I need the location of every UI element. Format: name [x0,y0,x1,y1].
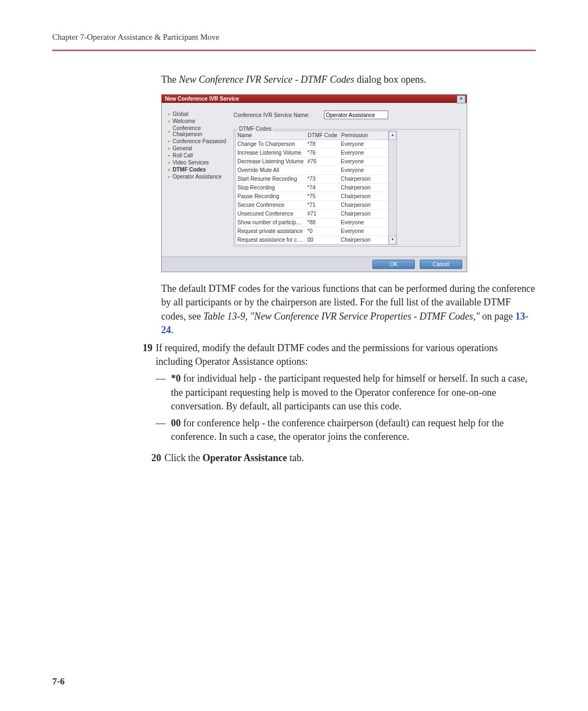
step-20-body: Click the Operator Assistance tab. [164,451,304,465]
cell-name: Decrease Listening Volume [236,157,306,166]
table-row[interactable]: Start Resume Recording*73Chairperson [236,175,388,183]
code-00: 00 [171,418,181,428]
grid-scrollbar[interactable]: ▴ ▾ [389,131,397,245]
dtmf-table: Name DTMF Code Permission Change To Chai… [236,131,388,244]
cell-code: #76 [306,157,339,166]
nav-label: Video Services [173,160,209,166]
nav-welcome[interactable]: ▸Welcome [168,118,228,125]
nav-label: DTMF Codes [173,167,206,173]
sub2-rest: for conference help - the conference cha… [171,418,504,442]
step-19-sublist: — *0 for individual help - the participa… [156,372,536,444]
table-row[interactable]: Show number of participants*88Everyone [236,218,388,227]
p2-t2: on page [480,311,515,322]
caret-icon: ▸ [168,174,170,179]
nav-rollcall[interactable]: ▸Roll Call [168,152,228,159]
cell-name: Show number of participants [236,218,306,227]
scroll-up-icon[interactable]: ▴ [389,131,396,140]
cell-name: Override Mute All [236,166,306,175]
close-button[interactable]: × [457,95,465,103]
service-name-input[interactable] [324,111,388,119]
sub1-rest: for individual help - the participant re… [171,373,528,411]
table-row[interactable]: Request assistance for confer00Chairpers… [236,236,388,244]
caret-icon: ▸ [168,160,170,165]
page: Chapter 7-Operator Assistance & Particip… [0,0,588,711]
table-row[interactable]: Decrease Listening Volume#76Everyone [236,157,388,166]
dialog-footer: OK Cancel [162,256,467,272]
table-row[interactable]: Secure Conference*71Chairperson [236,201,388,210]
dialog-wrap: New Conference IVR Service × ▸Global ▸We… [161,94,536,272]
col-name[interactable]: Name [236,131,306,140]
ok-button[interactable]: OK [372,260,415,269]
cell-perm: Chairperson [339,210,388,218]
service-name-label: Conference IVR Service Name: [234,112,310,118]
cell-code: *88 [306,218,339,227]
nav-operator-assist[interactable]: ▸Operator Assistance [168,173,228,180]
cell-name: Start Resume Recording [236,175,306,183]
cell-perm: Chairperson [339,201,388,210]
dash-icon: — [156,416,171,444]
col-perm[interactable]: Permission [339,131,388,140]
cell-code: *76 [306,149,339,157]
nav-global[interactable]: ▸Global [168,111,228,118]
table-row[interactable]: Unsecured Conference#71Chairperson [236,210,388,218]
cell-name: Pause Recording [236,192,306,201]
fieldset-legend: DTMF Codes [237,126,273,132]
s20-t1: Click the [164,452,203,463]
cancel-button[interactable]: Cancel [420,260,462,269]
dtmf-codes-fieldset: DTMF Codes Name DTMF Code Permission [234,129,460,247]
s20-bold: Operator Assistance [203,452,287,463]
table-row[interactable]: Stop Recording*74Chairperson [236,183,388,192]
caret-icon: ▸ [168,146,170,151]
table-row[interactable]: Pause Recording*75Chairperson [236,192,388,201]
s20-t2: tab. [287,452,304,463]
nav-label: Global [173,111,188,117]
cell-perm: Chairperson [339,175,388,183]
caret-icon: ▸ [168,139,170,144]
dialog-main: Conference IVR Service Name: DTMF Codes … [228,111,460,247]
intro-prefix: The [161,74,179,85]
cell-perm: Chairperson [339,183,388,192]
nav-general[interactable]: ▸General [168,145,228,152]
cell-perm: Everyone [339,140,388,149]
nav-dtmf-codes[interactable]: ▸DTMF Codes [168,166,228,173]
cell-perm: Everyone [339,149,388,157]
cell-code: #71 [306,210,339,218]
header-rule [52,50,536,51]
sub-item-text: 00 for conference help - the conference … [171,416,536,444]
table-header-row: Name DTMF Code Permission [236,131,388,140]
cell-name: Secure Conference [236,201,306,210]
dtmf-grid[interactable]: Name DTMF Code Permission Change To Chai… [235,131,389,245]
col-code[interactable]: DTMF Code [306,131,339,140]
step-20-number: 20 [143,451,164,465]
body-below: The default DTMF codes for the various f… [161,282,536,465]
table-row[interactable]: Override Mute AllEveryone [236,166,388,175]
nav-chairperson[interactable]: ▸Conference Chairperson [168,125,228,138]
table-row[interactable]: Request private assistance*0Everyone [236,227,388,236]
caret-icon: ▸ [168,153,170,158]
p2-t3: . [171,324,174,335]
sub-item-00: — 00 for conference help - the conferenc… [156,416,536,444]
cell-code: *78 [306,140,339,149]
dialog-nav: ▸Global ▸Welcome ▸Conference Chairperson… [168,111,228,247]
cell-code: 00 [306,236,339,244]
caret-icon: ▸ [168,119,170,124]
cell-name: Stop Recording [236,183,306,192]
nav-label: Conference Chairperson [173,125,228,137]
table-row[interactable]: Increase Listening Volume*76Everyone [236,149,388,157]
intro-italic: New Conference IVR Service - DTMF Codes [179,74,354,85]
cell-perm: Everyone [339,166,388,175]
p2-ref: Table 13-9, "New Conference IVR Service … [203,311,480,322]
cell-name: Change To Chairperson [236,140,306,149]
scroll-down-icon[interactable]: ▾ [389,236,396,244]
caret-icon: ▸ [168,129,170,134]
cell-perm: Everyone [339,218,388,227]
nav-label: Operator Assistance [173,174,222,180]
nav-videoservices[interactable]: ▸Video Services [168,159,228,166]
cell-code: *74 [306,183,339,192]
caret-icon: ▸ [168,112,170,117]
nav-label: Roll Call [173,152,193,158]
table-row[interactable]: Change To Chairperson*78Everyone [236,140,388,149]
close-icon: × [460,96,462,101]
para-default-codes: The default DTMF codes for the various f… [161,282,536,337]
nav-password[interactable]: ▸Conference Password [168,138,228,145]
